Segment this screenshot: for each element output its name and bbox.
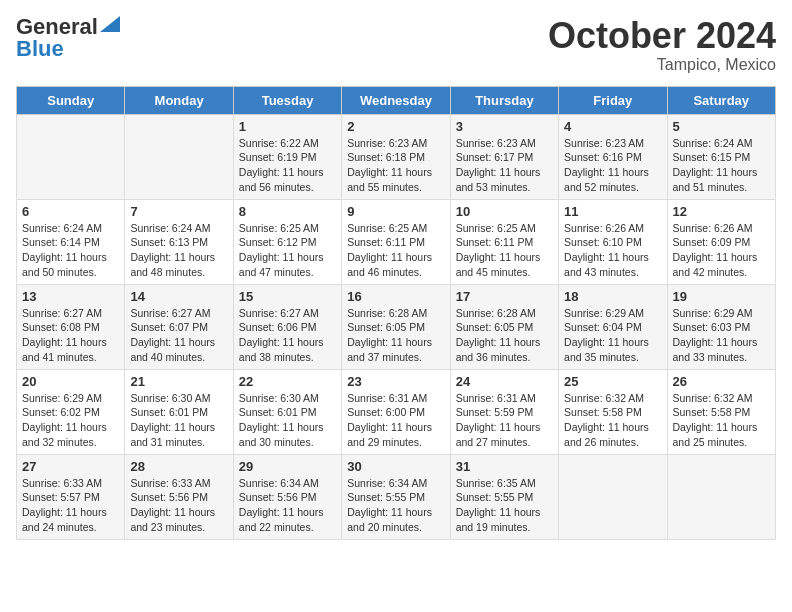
location-subtitle: Tampico, Mexico (548, 56, 776, 74)
header-sunday: Sunday (17, 86, 125, 114)
calendar-cell: 9Sunrise: 6:25 AMSunset: 6:11 PMDaylight… (342, 199, 450, 284)
header: General Blue October 2024 Tampico, Mexic… (16, 16, 776, 74)
calendar-cell: 6Sunrise: 6:24 AMSunset: 6:14 PMDaylight… (17, 199, 125, 284)
cell-info: Sunrise: 6:26 AMSunset: 6:10 PMDaylight:… (564, 221, 661, 280)
calendar-cell: 11Sunrise: 6:26 AMSunset: 6:10 PMDayligh… (559, 199, 667, 284)
calendar-cell: 24Sunrise: 6:31 AMSunset: 5:59 PMDayligh… (450, 369, 558, 454)
cell-info: Sunrise: 6:31 AMSunset: 6:00 PMDaylight:… (347, 391, 444, 450)
calendar-cell (559, 454, 667, 539)
header-wednesday: Wednesday (342, 86, 450, 114)
calendar-header-row: SundayMondayTuesdayWednesdayThursdayFrid… (17, 86, 776, 114)
logo: General Blue (16, 16, 120, 60)
day-number: 8 (239, 204, 336, 219)
calendar-week-row: 13Sunrise: 6:27 AMSunset: 6:08 PMDayligh… (17, 284, 776, 369)
title-area: October 2024 Tampico, Mexico (548, 16, 776, 74)
cell-info: Sunrise: 6:34 AMSunset: 5:56 PMDaylight:… (239, 476, 336, 535)
header-thursday: Thursday (450, 86, 558, 114)
calendar-cell (125, 114, 233, 199)
calendar-cell: 31Sunrise: 6:35 AMSunset: 5:55 PMDayligh… (450, 454, 558, 539)
calendar-cell: 27Sunrise: 6:33 AMSunset: 5:57 PMDayligh… (17, 454, 125, 539)
day-number: 30 (347, 459, 444, 474)
calendar-cell: 8Sunrise: 6:25 AMSunset: 6:12 PMDaylight… (233, 199, 341, 284)
calendar-cell: 28Sunrise: 6:33 AMSunset: 5:56 PMDayligh… (125, 454, 233, 539)
calendar-cell: 7Sunrise: 6:24 AMSunset: 6:13 PMDaylight… (125, 199, 233, 284)
day-number: 24 (456, 374, 553, 389)
calendar-cell: 16Sunrise: 6:28 AMSunset: 6:05 PMDayligh… (342, 284, 450, 369)
calendar-week-row: 20Sunrise: 6:29 AMSunset: 6:02 PMDayligh… (17, 369, 776, 454)
cell-info: Sunrise: 6:35 AMSunset: 5:55 PMDaylight:… (456, 476, 553, 535)
logo-general-text: General (16, 16, 98, 38)
calendar-cell (667, 454, 775, 539)
cell-info: Sunrise: 6:33 AMSunset: 5:57 PMDaylight:… (22, 476, 119, 535)
cell-info: Sunrise: 6:30 AMSunset: 6:01 PMDaylight:… (239, 391, 336, 450)
calendar-week-row: 27Sunrise: 6:33 AMSunset: 5:57 PMDayligh… (17, 454, 776, 539)
day-number: 5 (673, 119, 770, 134)
calendar-cell: 29Sunrise: 6:34 AMSunset: 5:56 PMDayligh… (233, 454, 341, 539)
calendar-cell: 13Sunrise: 6:27 AMSunset: 6:08 PMDayligh… (17, 284, 125, 369)
day-number: 1 (239, 119, 336, 134)
cell-info: Sunrise: 6:29 AMSunset: 6:02 PMDaylight:… (22, 391, 119, 450)
calendar-cell: 22Sunrise: 6:30 AMSunset: 6:01 PMDayligh… (233, 369, 341, 454)
calendar-cell: 12Sunrise: 6:26 AMSunset: 6:09 PMDayligh… (667, 199, 775, 284)
cell-info: Sunrise: 6:26 AMSunset: 6:09 PMDaylight:… (673, 221, 770, 280)
day-number: 31 (456, 459, 553, 474)
day-number: 29 (239, 459, 336, 474)
cell-info: Sunrise: 6:23 AMSunset: 6:16 PMDaylight:… (564, 136, 661, 195)
cell-info: Sunrise: 6:29 AMSunset: 6:04 PMDaylight:… (564, 306, 661, 365)
calendar-cell: 10Sunrise: 6:25 AMSunset: 6:11 PMDayligh… (450, 199, 558, 284)
header-friday: Friday (559, 86, 667, 114)
cell-info: Sunrise: 6:25 AMSunset: 6:11 PMDaylight:… (347, 221, 444, 280)
calendar-cell: 1Sunrise: 6:22 AMSunset: 6:19 PMDaylight… (233, 114, 341, 199)
day-number: 2 (347, 119, 444, 134)
cell-info: Sunrise: 6:28 AMSunset: 6:05 PMDaylight:… (456, 306, 553, 365)
calendar-cell: 15Sunrise: 6:27 AMSunset: 6:06 PMDayligh… (233, 284, 341, 369)
cell-info: Sunrise: 6:33 AMSunset: 5:56 PMDaylight:… (130, 476, 227, 535)
day-number: 4 (564, 119, 661, 134)
logo-blue-text: Blue (16, 38, 64, 60)
svg-marker-0 (100, 16, 120, 32)
day-number: 10 (456, 204, 553, 219)
day-number: 13 (22, 289, 119, 304)
cell-info: Sunrise: 6:32 AMSunset: 5:58 PMDaylight:… (564, 391, 661, 450)
month-title: October 2024 (548, 16, 776, 56)
day-number: 27 (22, 459, 119, 474)
cell-info: Sunrise: 6:28 AMSunset: 6:05 PMDaylight:… (347, 306, 444, 365)
day-number: 26 (673, 374, 770, 389)
calendar-cell: 30Sunrise: 6:34 AMSunset: 5:55 PMDayligh… (342, 454, 450, 539)
calendar-week-row: 1Sunrise: 6:22 AMSunset: 6:19 PMDaylight… (17, 114, 776, 199)
day-number: 6 (22, 204, 119, 219)
cell-info: Sunrise: 6:23 AMSunset: 6:17 PMDaylight:… (456, 136, 553, 195)
cell-info: Sunrise: 6:34 AMSunset: 5:55 PMDaylight:… (347, 476, 444, 535)
calendar-cell: 18Sunrise: 6:29 AMSunset: 6:04 PMDayligh… (559, 284, 667, 369)
cell-info: Sunrise: 6:32 AMSunset: 5:58 PMDaylight:… (673, 391, 770, 450)
day-number: 11 (564, 204, 661, 219)
day-number: 28 (130, 459, 227, 474)
cell-info: Sunrise: 6:24 AMSunset: 6:13 PMDaylight:… (130, 221, 227, 280)
day-number: 14 (130, 289, 227, 304)
day-number: 22 (239, 374, 336, 389)
calendar-cell: 3Sunrise: 6:23 AMSunset: 6:17 PMDaylight… (450, 114, 558, 199)
cell-info: Sunrise: 6:24 AMSunset: 6:14 PMDaylight:… (22, 221, 119, 280)
calendar-cell: 4Sunrise: 6:23 AMSunset: 6:16 PMDaylight… (559, 114, 667, 199)
calendar-cell (17, 114, 125, 199)
cell-info: Sunrise: 6:25 AMSunset: 6:11 PMDaylight:… (456, 221, 553, 280)
day-number: 25 (564, 374, 661, 389)
calendar-cell: 20Sunrise: 6:29 AMSunset: 6:02 PMDayligh… (17, 369, 125, 454)
day-number: 19 (673, 289, 770, 304)
cell-info: Sunrise: 6:30 AMSunset: 6:01 PMDaylight:… (130, 391, 227, 450)
logo-triangle-icon (100, 16, 120, 32)
cell-info: Sunrise: 6:31 AMSunset: 5:59 PMDaylight:… (456, 391, 553, 450)
calendar-cell: 2Sunrise: 6:23 AMSunset: 6:18 PMDaylight… (342, 114, 450, 199)
day-number: 3 (456, 119, 553, 134)
cell-info: Sunrise: 6:24 AMSunset: 6:15 PMDaylight:… (673, 136, 770, 195)
cell-info: Sunrise: 6:27 AMSunset: 6:07 PMDaylight:… (130, 306, 227, 365)
day-number: 21 (130, 374, 227, 389)
calendar-cell: 5Sunrise: 6:24 AMSunset: 6:15 PMDaylight… (667, 114, 775, 199)
day-number: 9 (347, 204, 444, 219)
cell-info: Sunrise: 6:27 AMSunset: 6:08 PMDaylight:… (22, 306, 119, 365)
day-number: 15 (239, 289, 336, 304)
day-number: 20 (22, 374, 119, 389)
day-number: 18 (564, 289, 661, 304)
day-number: 7 (130, 204, 227, 219)
calendar-cell: 25Sunrise: 6:32 AMSunset: 5:58 PMDayligh… (559, 369, 667, 454)
